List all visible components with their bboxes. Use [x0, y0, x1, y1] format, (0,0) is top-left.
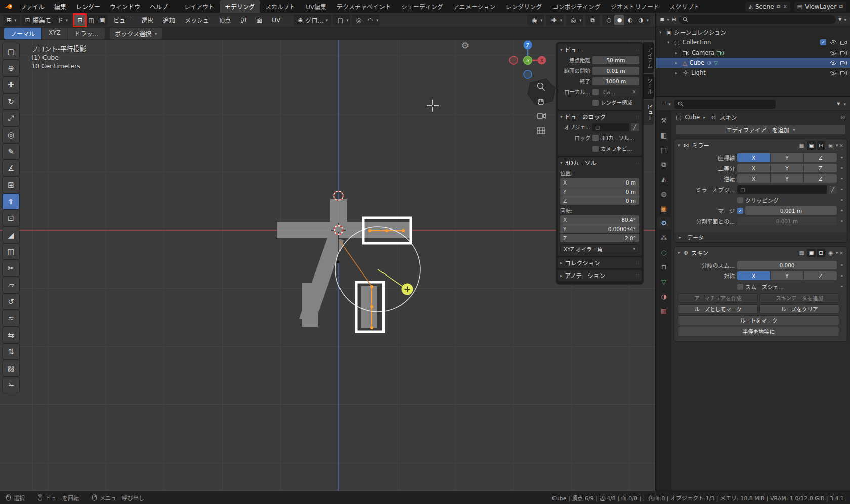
- menu-edge[interactable]: 辺: [236, 14, 250, 26]
- tool-edge-slide[interactable]: ⇆: [3, 327, 19, 343]
- add-modifier-button[interactable]: モディファイアーを追加 ▾: [675, 125, 846, 135]
- chevron-down-icon[interactable]: ▾: [646, 18, 649, 23]
- tab-texture[interactable]: ▦: [657, 305, 671, 317]
- outliner-row-collection[interactable]: ▾ ▢ Collection ✓: [656, 37, 850, 48]
- menu-mesh[interactable]: メッシュ: [181, 14, 213, 26]
- lock-cursor-checkbox[interactable]: [592, 135, 599, 141]
- menu-add[interactable]: 追加: [159, 14, 179, 26]
- workspace-tab-sculpting[interactable]: スカルプト: [260, 0, 301, 13]
- equalize-radii-button[interactable]: 半径を均等に: [678, 327, 839, 336]
- focal-length-field[interactable]: 50 mm: [592, 56, 639, 64]
- mirror-object-field[interactable]: ▢: [737, 185, 827, 194]
- viewlayer-selector[interactable]: ▤ ViewLayer ⧉: [794, 2, 846, 12]
- npanel-tab-tool[interactable]: ツール: [643, 74, 654, 99]
- menu-vertex[interactable]: 頂点: [215, 14, 235, 26]
- outliner-search-input[interactable]: [679, 15, 836, 24]
- tool-poly-build[interactable]: ▱: [3, 277, 19, 293]
- mirror-modifier-name[interactable]: ミラー: [692, 141, 710, 149]
- tool-measure[interactable]: ∡: [3, 160, 19, 176]
- npanel-tab-view[interactable]: ビュー: [643, 100, 654, 125]
- workspace-tab-geonodes[interactable]: ジオメトリノード: [606, 0, 664, 13]
- spin-gizmo[interactable]: [335, 227, 420, 312]
- tab-scene[interactable]: ◭: [657, 173, 671, 185]
- chevron-down-icon[interactable]: ▾: [667, 17, 669, 22]
- symmetry-y-button[interactable]: Y: [771, 271, 803, 280]
- tab-modifiers[interactable]: ⚙: [657, 217, 671, 229]
- tab-world[interactable]: ◍: [657, 188, 671, 200]
- tool-rip-region[interactable]: ✁: [3, 377, 19, 393]
- menu-select[interactable]: 選択: [137, 14, 157, 26]
- workspace-tab-texpaint[interactable]: テクスチャペイント: [331, 0, 396, 13]
- cursor-loc-z-field[interactable]: Z0 m: [560, 196, 639, 205]
- symmetry-z-button[interactable]: Z: [804, 271, 837, 280]
- display-editmode-toggle[interactable]: ▣: [807, 141, 816, 150]
- tool-spin[interactable]: ↺: [3, 294, 19, 309]
- cursor-loc-x-field[interactable]: X0 m: [560, 178, 639, 187]
- merge-threshold-field[interactable]: 0.001 m: [745, 206, 837, 215]
- workspace-tab-scripting[interactable]: スクリプト: [664, 0, 705, 13]
- tab-output[interactable]: ▤: [657, 144, 671, 156]
- keyframe-dot[interactable]: [839, 178, 844, 180]
- panel-3d-cursor-header[interactable]: ▾ 3Dカーソル ∷: [560, 158, 639, 167]
- mode-dropdown[interactable]: ⊡ 編集モード ▾: [22, 15, 72, 26]
- lock-object-field[interactable]: ▢: [592, 123, 629, 131]
- cursor-rot-y-field[interactable]: Y0.000034°: [560, 224, 639, 233]
- filter-funnel-icon[interactable]: ▼: [838, 17, 841, 22]
- tab-view-layer[interactable]: ⧉: [657, 159, 671, 170]
- camera-to-view-checkbox[interactable]: [592, 146, 599, 152]
- disclosure-icon[interactable]: ▾: [667, 40, 672, 45]
- menu-view[interactable]: ビュー: [109, 14, 136, 26]
- mark-loose-button[interactable]: ルーズとしてマーク: [678, 304, 758, 314]
- smooth-shading-checkbox[interactable]: [737, 284, 743, 290]
- tab-object-data[interactable]: ▽: [657, 276, 671, 288]
- delete-modifier-icon[interactable]: ×: [839, 250, 843, 256]
- disclosure-icon[interactable]: ▾: [659, 30, 664, 35]
- panel-view-header[interactable]: ▾ ビュー ∷: [560, 45, 639, 54]
- segment-normal[interactable]: ノーマル: [4, 28, 41, 39]
- clip-start-field[interactable]: 0.01 m: [592, 67, 639, 75]
- hide-eye-icon[interactable]: [830, 50, 837, 55]
- disclosure-icon[interactable]: ▸: [675, 70, 680, 75]
- segment-xyz[interactable]: XYZ: [42, 28, 67, 39]
- keyframe-dot[interactable]: [839, 157, 844, 159]
- bisect-x-button[interactable]: X: [737, 164, 770, 172]
- tool-scale[interactable]: ⤢: [3, 110, 19, 126]
- mark-root-button[interactable]: ルートをマーク: [678, 315, 839, 325]
- chevron-down-icon[interactable]: ▾: [346, 18, 349, 23]
- panel-collections-header[interactable]: ▸ コレクション ∷: [560, 258, 639, 267]
- workspace-tab-uv[interactable]: UV編集: [301, 0, 331, 13]
- scene-selector[interactable]: ◭ Scene ⧉ ×: [745, 2, 790, 12]
- clear-camera-icon[interactable]: ×: [632, 89, 636, 95]
- menu-edit[interactable]: 編集: [50, 1, 71, 12]
- tool-extrude-region[interactable]: ⇧: [3, 194, 19, 209]
- grid-ortho-button[interactable]: [537, 128, 545, 134]
- breadcrumb-object[interactable]: Cube: [685, 114, 700, 121]
- keyframe-dot[interactable]: [839, 167, 844, 169]
- new-viewlayer-icon[interactable]: ⧉: [839, 3, 843, 10]
- display-realtime-toggle[interactable]: ⊡: [817, 249, 825, 257]
- keyframe-dot[interactable]: [839, 275, 844, 277]
- outliner-row-scene-collection[interactable]: ▾ ▣ シーンコレクション: [656, 27, 850, 37]
- outliner-editor-icon[interactable]: ≡: [660, 16, 664, 23]
- navigation-gizmo[interactable]: Z X -Y: [509, 41, 546, 79]
- workspace-tab-modeling[interactable]: モデリング: [220, 0, 260, 13]
- render-region-checkbox[interactable]: [592, 100, 599, 106]
- gear-icon[interactable]: ⚙: [461, 40, 469, 51]
- breadcrumb-modifier[interactable]: スキン: [719, 113, 737, 121]
- display-on-cage-toggle[interactable]: ▦: [797, 249, 806, 257]
- clear-loose-button[interactable]: ルーズをクリア: [759, 304, 839, 314]
- tool-shear[interactable]: ▨: [3, 360, 19, 376]
- render-visibility-camera-icon[interactable]: [840, 50, 847, 55]
- menu-file[interactable]: ファイル: [16, 1, 49, 12]
- proportional-edit-button[interactable]: ◎: [353, 15, 364, 26]
- keyframe-dot[interactable]: [839, 286, 844, 288]
- delete-modifier-icon[interactable]: ×: [839, 143, 843, 148]
- xray-toggle-button[interactable]: ⧉: [587, 15, 598, 26]
- display-render-toggle[interactable]: ◉: [826, 249, 835, 257]
- overlays-button[interactable]: ◎: [568, 15, 579, 26]
- shading-material-button[interactable]: ◐: [625, 15, 635, 25]
- disclosure-icon[interactable]: ▸: [675, 50, 680, 55]
- flip-y-button[interactable]: Y: [771, 174, 803, 183]
- tab-particles[interactable]: ⁂: [657, 232, 671, 244]
- tab-object[interactable]: ▣: [657, 203, 671, 214]
